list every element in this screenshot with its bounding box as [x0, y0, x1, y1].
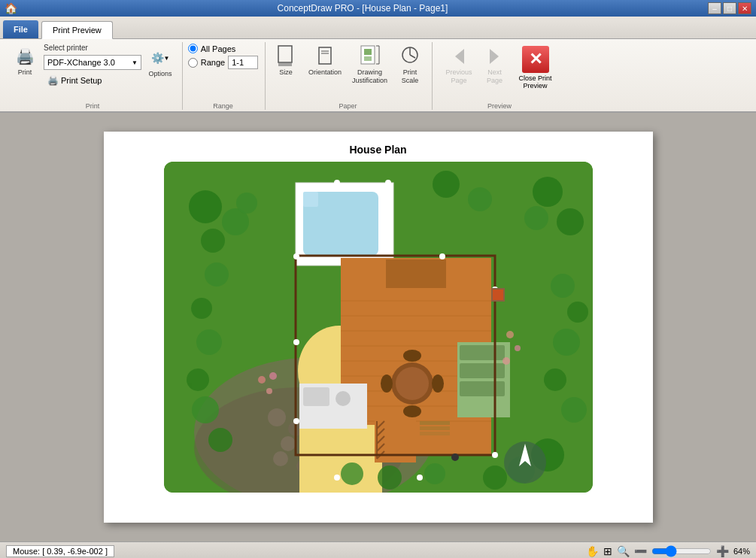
svg-point-28 [273, 451, 288, 466]
range-section: All Pages Range 1-1 [188, 42, 258, 71]
svg-rect-51 [460, 381, 505, 396]
svg-rect-3 [319, 47, 331, 64]
svg-point-55 [403, 405, 421, 417]
svg-point-53 [396, 367, 429, 400]
svg-point-79 [551, 274, 575, 298]
size-button[interactable]: Size [270, 42, 302, 87]
svg-point-73 [236, 193, 257, 214]
title-bar: 🏠 ConceptDraw PRO - [House Plan - Page1]… [0, 0, 756, 17]
zoom-level: 64% [733, 547, 750, 556]
svg-point-56 [381, 375, 393, 393]
house-plan-svg [164, 162, 593, 493]
svg-point-96 [334, 180, 340, 186]
paper-group-content: Size Orientation [270, 42, 426, 101]
all-pages-radio[interactable] [188, 44, 198, 53]
svg-point-72 [201, 229, 225, 253]
svg-rect-0 [278, 46, 292, 62]
svg-point-90 [208, 428, 232, 452]
all-pages-label: All Pages [201, 44, 235, 53]
orientation-button[interactable]: Orientation [305, 42, 345, 87]
svg-point-111 [506, 331, 514, 338]
printer-dropdown[interactable]: PDF-XChange 3.0 ▼ [44, 55, 141, 70]
house-plan-canvas [164, 162, 593, 493]
svg-point-87 [424, 463, 445, 484]
svg-point-102 [334, 475, 340, 481]
svg-rect-8 [364, 56, 372, 61]
svg-rect-7 [364, 49, 372, 55]
svg-point-54 [403, 350, 421, 362]
options-icon: ⚙️▼ [148, 46, 172, 70]
print-group-label: Print [9, 102, 176, 110]
close-print-preview-button[interactable]: ✕ Close PrintPreview [514, 42, 557, 93]
orientation-label: Orientation [308, 68, 342, 77]
range-row: Range 1-1 [188, 56, 258, 69]
zoom-out-icon[interactable]: ➖ [634, 545, 647, 557]
close-print-preview-icon: ✕ [522, 46, 549, 73]
next-page-button[interactable]: NextPage [479, 42, 511, 87]
pan-icon[interactable]: ✋ [586, 545, 599, 557]
select-printer-label: Select printer [44, 44, 141, 52]
zoom-slider[interactable] [651, 545, 712, 557]
next-page-icon [483, 44, 507, 68]
svg-point-83 [561, 397, 587, 423]
printer-small-icon: 🖨️ [47, 75, 59, 86]
previous-page-button[interactable]: PreviousPage [442, 42, 476, 87]
print-setup-label: Print Setup [61, 76, 102, 85]
svg-point-92 [187, 368, 209, 391]
svg-point-75 [468, 187, 492, 211]
svg-line-14 [410, 55, 415, 58]
preview-group-label: Preview [437, 102, 562, 110]
printer-name: PDF-XChange 3.0 [47, 58, 130, 67]
drawing-justification-button[interactable]: DrawingJustification [348, 42, 391, 87]
svg-point-93 [196, 329, 222, 355]
svg-rect-115 [493, 290, 503, 300]
maximize-button[interactable]: □ [723, 2, 736, 14]
status-right: ✋ ⊞ 🔍 ➖ ➕ 64% [586, 545, 750, 557]
print-setup-btn[interactable]: 🖨️ Print Setup [44, 73, 141, 88]
preview-group: PreviousPage NextPage ✕ Close PrintPrevi… [433, 42, 568, 110]
dropdown-arrow: ▼ [132, 59, 138, 66]
range-radio[interactable] [188, 58, 198, 68]
svg-point-112 [515, 345, 521, 351]
svg-point-110 [269, 372, 277, 380]
print-scale-button[interactable]: PrintScale [394, 42, 426, 87]
print-preview-tab[interactable]: Print Preview [41, 21, 113, 39]
svg-point-108 [258, 376, 266, 384]
zoom-in-icon[interactable]: ➕ [716, 545, 729, 557]
main-area: House Plan [0, 113, 756, 541]
minimize-button[interactable]: – [708, 2, 721, 14]
close-button[interactable]: ✕ [738, 2, 751, 14]
mouse-status: Mouse: [ 0.39, -6.9e-002 ] [6, 545, 114, 557]
svg-point-98 [439, 253, 445, 259]
fit-page-icon[interactable]: ⊞ [603, 545, 612, 557]
tab-bar: File Print Preview [0, 17, 756, 39]
previous-page-icon [447, 44, 471, 68]
svg-point-100 [492, 452, 498, 458]
svg-rect-50 [460, 363, 505, 378]
print-button[interactable]: 🖨️ Print [9, 42, 41, 79]
drawing-justification-label: DrawingJustification [352, 68, 387, 85]
size-label: Size [279, 68, 293, 77]
file-tab[interactable]: File [3, 20, 38, 38]
options-button[interactable]: ⚙️▼ Options [144, 44, 176, 80]
svg-point-74 [433, 171, 460, 198]
svg-point-82 [544, 368, 566, 391]
svg-point-113 [502, 357, 510, 365]
svg-point-95 [205, 262, 229, 287]
size-icon [274, 44, 298, 68]
svg-point-109 [266, 388, 272, 394]
svg-point-88 [378, 466, 402, 490]
print-scale-icon [398, 44, 422, 68]
svg-point-94 [191, 298, 212, 319]
svg-point-97 [385, 180, 391, 186]
page-preview: House Plan [104, 132, 653, 523]
paper-group: Size Orientation [266, 42, 433, 110]
range-input[interactable]: 1-1 [228, 56, 258, 69]
svg-point-89 [341, 462, 363, 485]
previous-page-label: PreviousPage [446, 68, 472, 85]
svg-point-105 [293, 253, 299, 259]
zoom-region-icon[interactable]: 🔍 [617, 545, 630, 557]
svg-marker-16 [490, 49, 499, 64]
svg-point-104 [293, 339, 299, 345]
svg-point-24 [281, 436, 296, 451]
